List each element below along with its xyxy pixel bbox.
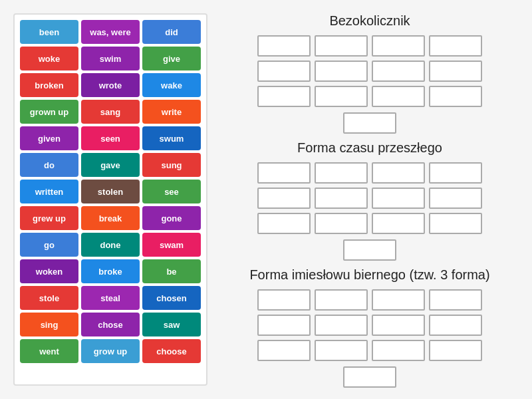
section-title-3: Forma imiesłowu biernego (tzw. 3 forma) <box>221 267 519 283</box>
word-tile[interactable]: stole <box>20 286 78 310</box>
drop-grid-1 <box>221 35 519 107</box>
word-tile[interactable]: did <box>142 20 201 44</box>
word-tile[interactable]: wrote <box>81 73 140 97</box>
word-tile[interactable]: woke <box>20 47 78 70</box>
word-tile[interactable]: chose <box>81 313 140 336</box>
word-tile[interactable]: grown up <box>20 100 78 124</box>
drop-single-1 <box>221 112 519 134</box>
drop-box[interactable] <box>372 86 425 107</box>
drop-box[interactable] <box>315 289 368 311</box>
drop-box[interactable] <box>372 315 425 336</box>
drop-box[interactable] <box>257 340 311 361</box>
drop-box[interactable] <box>257 188 311 209</box>
word-tile[interactable]: woken <box>20 259 78 283</box>
word-tile[interactable]: do <box>20 153 78 177</box>
word-tile[interactable]: given <box>20 126 78 150</box>
drop-box[interactable] <box>429 86 482 107</box>
drop-box-extra-3[interactable] <box>343 366 396 388</box>
drop-box[interactable] <box>429 61 482 82</box>
section-imieslow: Forma imiesłowu biernego (tzw. 3 forma) <box>221 267 519 388</box>
word-tile[interactable]: broken <box>20 73 78 97</box>
drop-box[interactable] <box>372 162 425 184</box>
drop-box-extra-2[interactable] <box>343 239 396 261</box>
drop-box[interactable] <box>315 340 368 361</box>
word-tile[interactable]: written <box>20 180 78 203</box>
word-tile[interactable]: break <box>81 206 140 230</box>
word-tile[interactable]: gave <box>81 153 140 177</box>
word-tile[interactable]: sung <box>142 153 201 177</box>
drop-box[interactable] <box>429 213 482 234</box>
word-tile[interactable]: gone <box>142 206 201 230</box>
drop-box[interactable] <box>372 61 425 82</box>
section-przeszly: Forma czasu przeszłego <box>221 140 519 261</box>
word-tile[interactable]: wake <box>142 73 201 97</box>
drop-box[interactable] <box>372 188 425 209</box>
word-tile[interactable]: grow up <box>81 339 140 363</box>
drop-single-2 <box>221 239 519 261</box>
drop-box[interactable] <box>315 162 368 184</box>
word-tile[interactable]: saw <box>142 313 201 336</box>
drop-box[interactable] <box>257 162 311 184</box>
word-tile[interactable]: grew up <box>20 206 78 230</box>
word-tile[interactable]: sing <box>20 313 78 336</box>
word-tile[interactable]: swum <box>142 126 201 150</box>
word-tile[interactable]: be <box>142 259 201 283</box>
word-tile[interactable]: give <box>142 47 201 70</box>
word-tile[interactable]: seen <box>81 126 140 150</box>
drop-box[interactable] <box>429 340 482 361</box>
word-tile[interactable]: write <box>142 100 201 124</box>
word-tile[interactable]: been <box>20 20 78 44</box>
word-tile[interactable]: was, were <box>81 20 140 44</box>
word-tile[interactable]: sang <box>81 100 140 124</box>
drop-box[interactable] <box>315 35 368 57</box>
drop-box[interactable] <box>257 61 311 82</box>
section-title-2: Forma czasu przeszłego <box>221 140 519 156</box>
drop-box[interactable] <box>372 340 425 361</box>
word-tile[interactable]: chosen <box>142 286 201 310</box>
word-tile[interactable]: stolen <box>81 180 140 203</box>
drop-box[interactable] <box>257 213 311 234</box>
drop-box[interactable] <box>429 289 482 311</box>
word-tile[interactable]: choose <box>142 339 201 363</box>
drop-box[interactable] <box>429 35 482 57</box>
word-tile[interactable]: swam <box>142 233 201 257</box>
drop-box[interactable] <box>257 35 311 57</box>
drop-box[interactable] <box>372 35 425 57</box>
drop-box[interactable] <box>257 289 311 311</box>
word-tile[interactable]: see <box>142 180 201 203</box>
drop-box[interactable] <box>429 162 482 184</box>
drop-single-3 <box>221 366 519 388</box>
word-tile[interactable]: steal <box>81 286 140 310</box>
word-tile[interactable]: swim <box>81 47 140 70</box>
word-tile[interactable]: done <box>81 233 140 257</box>
section-title-1: Bezokolicznik <box>221 13 519 29</box>
word-tile[interactable]: go <box>20 233 78 257</box>
drop-box[interactable] <box>429 315 482 336</box>
drop-box-extra-1[interactable] <box>343 112 396 134</box>
drop-box[interactable] <box>315 86 368 107</box>
word-grid: beenwas, weredidwokeswimgivebrokenwrotew… <box>13 13 207 386</box>
drop-box[interactable] <box>257 86 311 107</box>
drop-box[interactable] <box>315 213 368 234</box>
drop-box[interactable] <box>372 289 425 311</box>
drop-box[interactable] <box>315 315 368 336</box>
section-bezokolicznik: Bezokolicznik <box>221 13 519 134</box>
drop-grid-2 <box>221 162 519 234</box>
drop-box[interactable] <box>372 213 425 234</box>
drop-box[interactable] <box>429 188 482 209</box>
drop-box[interactable] <box>257 315 311 336</box>
drop-box[interactable] <box>315 188 368 209</box>
word-tile[interactable]: broke <box>81 259 140 283</box>
drop-grid-3 <box>221 289 519 361</box>
word-tile[interactable]: went <box>20 339 78 363</box>
drop-box[interactable] <box>315 61 368 82</box>
right-panel: Bezokolicznik Forma czasu przeszłego For… <box>221 13 519 386</box>
